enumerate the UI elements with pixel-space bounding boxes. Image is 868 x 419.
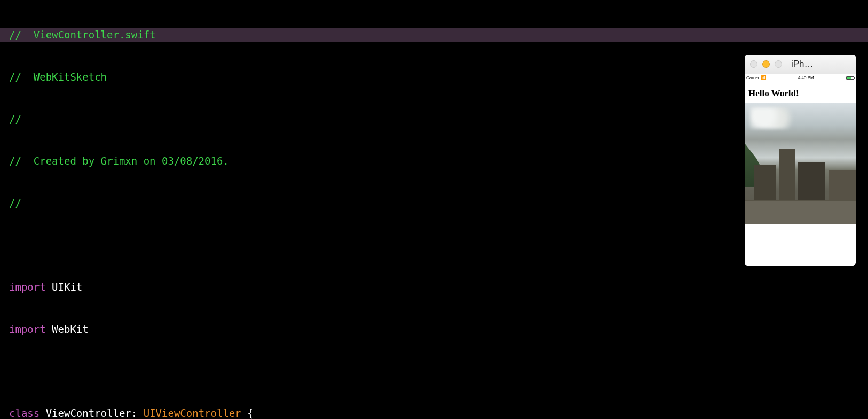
code-line: // ViewController.swift [0,28,868,42]
simulator-statusbar: Carrier 📶 4:40 PM [745,74,856,82]
battery-icon [846,76,854,80]
code-line: class ViewController: UIViewController { [0,406,868,419]
code-editor[interactable]: // ViewController.swift // WebKitSketch … [0,0,868,419]
comment: // ViewController.swift [9,29,156,41]
simulator-content[interactable]: Hello World! [745,82,856,266]
webview-heading: Hello World! [745,82,856,103]
comment: // Created by Grimxn on 03/08/2016. [9,155,229,167]
code-line: // [0,112,868,126]
simulator-window[interactable]: iPh… Carrier 📶 4:40 PM Hello World! [745,55,856,266]
code-line [0,364,868,378]
code-line: import WebKit [0,322,868,336]
code-line: // Created by Grimxn on 03/08/2016. [0,154,868,168]
carrier-label: Carrier 📶 [746,75,766,81]
code-line: import UIKit [0,280,868,294]
window-close-icon[interactable] [750,60,757,68]
status-time: 4:40 PM [798,75,814,81]
webview-image [745,103,856,224]
comment: // [9,197,21,209]
comment: // [9,113,21,125]
code-line: // WebKitSketch [0,70,868,84]
window-minimize-icon[interactable] [762,60,770,68]
simulator-titlebar[interactable]: iPh… [745,55,856,74]
comment: // WebKitSketch [9,71,107,83]
simulator-title: iPh… [791,58,814,70]
code-line: // [0,196,868,210]
webview-blank [745,224,856,266]
code-line [0,238,868,252]
window-zoom-icon[interactable] [775,60,782,68]
wifi-icon: 📶 [761,75,766,80]
